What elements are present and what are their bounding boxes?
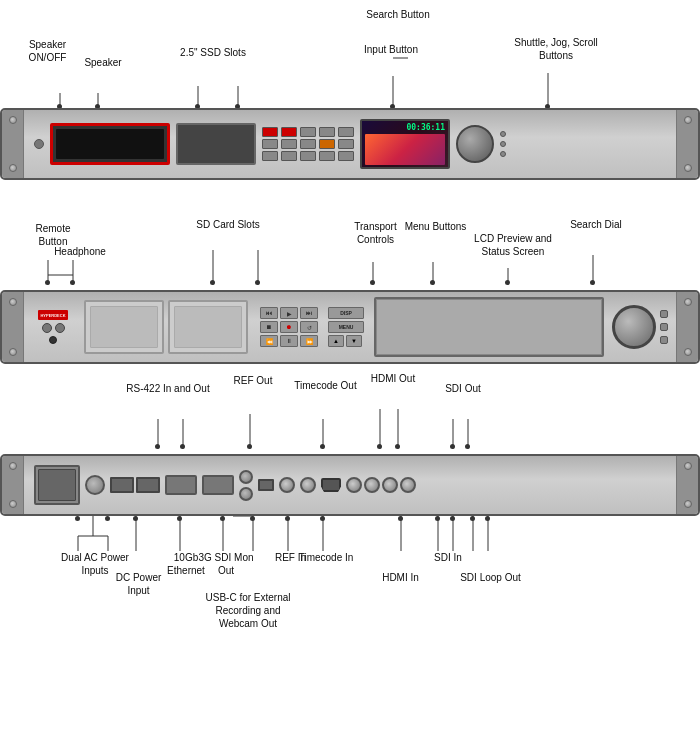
btn-gray-9[interactable] xyxy=(281,151,297,161)
btn-gray-8[interactable] xyxy=(262,151,278,161)
search-dial[interactable] xyxy=(612,305,656,349)
btn-pause[interactable]: ⏸ xyxy=(280,335,298,347)
ff-sym: ⏭ xyxy=(306,310,312,316)
btn-play[interactable]: ▶ xyxy=(280,307,298,319)
dot-top xyxy=(500,131,506,137)
btn-ff[interactable]: ⏭ xyxy=(300,307,318,319)
sd-slot-2[interactable] xyxy=(168,300,248,354)
dot-bot xyxy=(500,151,506,157)
logo-mid: HYPERDECK xyxy=(38,310,68,320)
sdi-loop-2 xyxy=(400,477,416,493)
ssd-slot[interactable] xyxy=(176,123,256,165)
search-dial-area xyxy=(612,305,668,349)
btn-gray-12[interactable] xyxy=(338,151,354,161)
btn-gray-1[interactable] xyxy=(300,127,316,137)
label-sdi-out: SDI Out xyxy=(433,382,493,395)
btn-gray-10[interactable] xyxy=(300,151,316,161)
timecode-in-connector xyxy=(300,477,316,493)
transport-row-1: ⏮ ▶ ⏭ xyxy=(260,307,318,319)
menu-disp-text: DISP xyxy=(340,310,352,316)
btn-gray-11[interactable] xyxy=(319,151,335,161)
headphone-jack[interactable] xyxy=(49,336,57,344)
dot-timecodeout xyxy=(320,444,325,449)
lcd-screen-top: 00:36:11 xyxy=(360,119,450,169)
btn-stop[interactable]: ⏹ xyxy=(260,321,278,333)
shuttle-btn-3[interactable] xyxy=(660,336,668,344)
dot-hdmiout-1 xyxy=(377,444,382,449)
btn-gray-5[interactable] xyxy=(281,139,297,149)
label-hdmi-out: HDMI Out xyxy=(358,372,428,385)
transport-row-2: ⏹ ⏺ ↺ xyxy=(260,321,318,333)
btn-skip-b[interactable]: ⏪ xyxy=(260,335,278,347)
btn-rec[interactable]: ⏺ xyxy=(280,321,298,333)
label-menu-btns: Menu Buttons xyxy=(403,220,468,233)
dot-menu xyxy=(430,280,435,285)
label-shuttle-jog: Shuttle, Jog, Scroll Buttons xyxy=(506,36,606,62)
lcd-timecode: 00:36:11 xyxy=(406,123,445,132)
btn-gray-3[interactable] xyxy=(338,127,354,137)
ref-in-connector xyxy=(279,477,295,493)
screw-bl xyxy=(9,164,17,172)
top-panel-right-endcap xyxy=(676,110,698,178)
dot-lcd xyxy=(505,280,510,285)
btn-orange-1[interactable] xyxy=(319,139,335,149)
dsub-connector-2 xyxy=(202,475,234,495)
btn-red-2[interactable] xyxy=(281,127,297,137)
screw-br3 xyxy=(684,500,692,508)
shuttle-btn-2[interactable] xyxy=(660,323,668,331)
screw-ml xyxy=(9,298,17,306)
label-speaker-onoff: Speaker ON/OFF xyxy=(20,38,75,64)
dot-rs422-1 xyxy=(155,444,160,449)
remote-btn[interactable] xyxy=(42,323,52,333)
shuttle-btn-1[interactable] xyxy=(660,310,668,318)
btn-skip-f[interactable]: ⏩ xyxy=(300,335,318,347)
btn-loop[interactable]: ↺ xyxy=(300,321,318,333)
round-conn-2 xyxy=(239,487,253,501)
dc-power-connector xyxy=(85,475,105,495)
skipf-sym: ⏩ xyxy=(306,338,313,345)
dot-ac-2 xyxy=(105,516,110,521)
top-search-dial[interactable] xyxy=(456,125,494,163)
dot-hdmi-in xyxy=(398,516,403,521)
power-inlet xyxy=(34,465,80,505)
loop-sym: ↺ xyxy=(307,324,312,331)
label-search-dial: Search Dial xyxy=(566,218,626,231)
sd-slot-1[interactable] xyxy=(84,300,164,354)
bot-left-endcap xyxy=(2,456,24,514)
dot-sd1 xyxy=(210,280,215,285)
screw-br xyxy=(684,164,692,172)
btn-row-2 xyxy=(262,139,354,149)
label-hdmi-in: HDMI In xyxy=(373,571,428,584)
menu-btn-disp[interactable]: DISP xyxy=(328,307,364,319)
btn-gray-4[interactable] xyxy=(262,139,278,149)
sdi-loop-1 xyxy=(382,477,398,493)
btn-red-1[interactable] xyxy=(262,127,278,137)
dot-sdimon xyxy=(220,516,225,521)
menu-up[interactable]: ▲ xyxy=(328,335,344,347)
sdi-in-1 xyxy=(346,477,362,493)
dot-tcode-in xyxy=(320,516,325,521)
dot-loop-1 xyxy=(470,516,475,521)
menu-btn-menu[interactable]: MENU xyxy=(328,321,364,333)
label-input-button: Input Button xyxy=(356,43,426,56)
menu-dn[interactable]: ▼ xyxy=(346,335,362,347)
mid-left-endcap xyxy=(2,292,24,362)
btn-gray-2[interactable] xyxy=(319,127,335,137)
dot-ac-1 xyxy=(75,516,80,521)
dot-refin xyxy=(285,516,290,521)
sd-slot-1-inner xyxy=(90,306,158,348)
top-panel: 00:36:11 xyxy=(0,108,700,180)
btn-gray-7[interactable] xyxy=(338,139,354,149)
menu-up-sym: ▲ xyxy=(333,338,339,344)
tape-slot[interactable] xyxy=(50,123,170,165)
label-usbc: USB-C for External Recording and Webcam … xyxy=(203,591,293,630)
btn-row-1 xyxy=(262,127,354,137)
btn-gray-6[interactable] xyxy=(300,139,316,149)
mid-btn2[interactable] xyxy=(55,323,65,333)
top-panel-left-endcap xyxy=(2,110,24,178)
lcd-preview-panel xyxy=(374,297,604,357)
stop-sym: ⏹ xyxy=(266,324,272,330)
screw-tl xyxy=(9,116,17,124)
btn-rew[interactable]: ⏮ xyxy=(260,307,278,319)
top-dots xyxy=(500,131,506,157)
